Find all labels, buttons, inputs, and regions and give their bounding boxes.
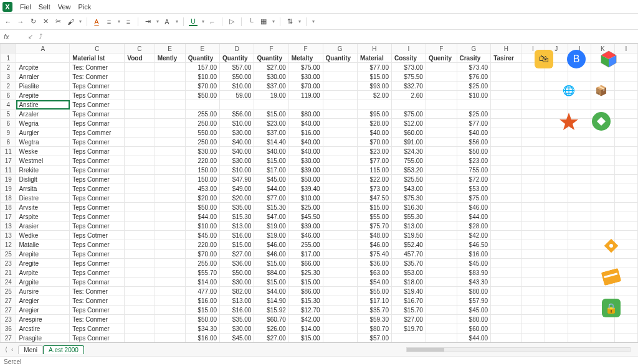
chevron-down-icon[interactable]: ▾ — [118, 19, 120, 24]
row-header[interactable]: 1 — [1, 54, 16, 63]
row-header[interactable]: 27 — [1, 334, 16, 343]
column-header[interactable]: A — [16, 44, 70, 54]
row-header[interactable]: 12 — [1, 240, 16, 250]
app-logo-icon: X — [2, 2, 12, 12]
menu-bar: X Fiel Selt Vew Pick — [0, 0, 638, 14]
row-header[interactable]: 25 — [1, 287, 16, 296]
back-icon[interactable]: ← — [4, 17, 12, 26]
spreadsheet-grid[interactable]: ACCEEDFFGHIFGHIJIKI1Material IstVoodMent… — [0, 44, 638, 342]
row-header[interactable]: 2 — [1, 82, 16, 91]
column-header[interactable]: I — [391, 44, 426, 54]
chevron-down-icon[interactable]: ▾ — [298, 19, 301, 24]
row-header[interactable]: 19 — [1, 184, 16, 194]
row-header[interactable]: 19 — [1, 175, 16, 184]
column-header[interactable]: E — [185, 44, 219, 54]
fx-label[interactable]: fx — [4, 33, 9, 40]
sheet-tab-1[interactable]: Meni — [18, 345, 43, 354]
menu-view[interactable]: Vew — [58, 3, 71, 11]
diamond-orange-icon — [602, 236, 621, 255]
row-header[interactable]: 6 — [1, 119, 16, 128]
accept-icon[interactable]: ↙ — [28, 33, 33, 40]
font-a-icon[interactable]: A — [163, 17, 171, 26]
row-header[interactable]: 23 — [1, 259, 16, 268]
toolbar: ← → ↻ ✕ ✂ 🖌 ▾ A ≡ ▾ ≡ ⇥ ▾ A ▾ U ▾ ⌐ ▷ └ … — [0, 14, 638, 30]
corner-icon[interactable]: └ — [247, 17, 255, 26]
row-header[interactable]: 21 — [1, 268, 16, 278]
indent-icon[interactable]: ⇥ — [143, 17, 152, 26]
menu-sett[interactable]: Selt — [39, 3, 50, 11]
chevron-down-icon[interactable]: ▾ — [272, 19, 275, 24]
sheet-tabs-bar: ⟨ ‹ Meni A.est 2000 — [0, 342, 638, 356]
select-all-corner[interactable] — [1, 44, 16, 54]
column-header[interactable]: H — [357, 44, 391, 54]
table-row[interactable]: 36ArcstireTeps Conmer$34.30$30.00$26.00$… — [1, 324, 638, 334]
column-header[interactable]: G — [457, 44, 491, 54]
column-header[interactable]: H — [491, 44, 521, 54]
chevron-down-icon[interactable]: ▾ — [79, 19, 82, 24]
chevron-down-icon[interactable]: ▾ — [156, 19, 159, 24]
font-color-icon[interactable]: A — [92, 17, 101, 26]
row-header[interactable]: 5 — [1, 110, 16, 119]
row-header[interactable]: 27 — [1, 306, 16, 315]
table-row[interactable]: 27PrasgiteTeps Conmer$16.00$45.00$27.00$… — [1, 334, 638, 343]
row-header[interactable]: 24 — [1, 278, 16, 287]
underline-icon[interactable]: U — [189, 17, 198, 26]
play-icon[interactable]: ▷ — [227, 17, 236, 26]
row-header[interactable]: 3 — [1, 72, 16, 82]
chevron-down-icon[interactable]: ▾ — [312, 19, 315, 24]
forward-icon[interactable]: → — [16, 17, 25, 26]
link-icon[interactable]: ⌐ — [208, 17, 217, 26]
row-header[interactable]: 6 — [1, 138, 16, 147]
sheet-tab-2[interactable]: A.est 2000 — [43, 345, 84, 354]
row-header[interactable]: 17 — [1, 212, 16, 222]
cancel-icon[interactable]: ⤴ — [39, 33, 42, 40]
row-header[interactable]: 27 — [1, 296, 16, 306]
column-header[interactable]: F — [426, 44, 457, 54]
card-icon — [600, 266, 623, 289]
row-header[interactable]: 23 — [1, 315, 16, 324]
row-header[interactable]: 13 — [1, 222, 16, 231]
column-header[interactable]: E — [155, 44, 185, 54]
row-header[interactable]: 11 — [1, 166, 16, 175]
row-header[interactable]: 18 — [1, 194, 16, 203]
row-header[interactable]: 13 — [1, 231, 16, 240]
tab-first-icon[interactable]: ⟨ — [5, 346, 7, 353]
row-header[interactable]: 11 — [1, 147, 16, 156]
row-header[interactable]: 4 — [1, 100, 16, 110]
column-header[interactable]: C — [125, 44, 155, 54]
tab-prev-icon[interactable]: ‹ — [11, 346, 13, 353]
format-painter-icon[interactable]: 🖌 — [66, 17, 75, 26]
column-header[interactable]: F — [288, 44, 323, 54]
table-icon[interactable]: ▦ — [259, 17, 268, 26]
row-header[interactable]: 18 — [1, 203, 16, 212]
row-header[interactable]: 25 — [1, 250, 16, 259]
formula-bar: fx ↙ ⤴ — [0, 30, 638, 44]
column-header[interactable]: G — [323, 44, 357, 54]
cut-icon[interactable]: ✕ — [41, 17, 50, 26]
menu-pick[interactable]: Pick — [79, 3, 92, 11]
column-header[interactable]: F — [254, 44, 288, 54]
scissors-icon[interactable]: ✂ — [54, 17, 62, 26]
status-bar: Sercel — [0, 356, 638, 364]
align-center-icon[interactable]: ≡ — [124, 17, 133, 26]
row-header[interactable]: 36 — [1, 324, 16, 334]
globe-icon: 🌐 — [559, 81, 578, 100]
row-header[interactable]: 17 — [1, 156, 16, 166]
horizontal-scrollbar[interactable] — [406, 347, 631, 352]
sort-icon[interactable]: ⇅ — [285, 17, 294, 26]
chevron-down-icon[interactable]: ▾ — [176, 19, 178, 24]
align-left-icon[interactable]: ≡ — [105, 17, 113, 26]
row-header[interactable]: 6 — [1, 91, 16, 100]
lock-icon: 🔒 — [602, 299, 621, 317]
row-header[interactable]: 9 — [1, 128, 16, 138]
chevron-down-icon[interactable]: ▾ — [202, 19, 204, 24]
icon-cluster: 🛍 B 🌐 📦 — [535, 50, 618, 317]
menu-file[interactable]: Fiel — [20, 3, 31, 11]
box-icon: 📦 — [592, 81, 611, 100]
redo-icon[interactable]: ↻ — [29, 17, 37, 26]
column-header[interactable]: D — [220, 44, 254, 54]
bag-icon: 🛍 — [535, 50, 553, 68]
column-header[interactable]: C — [70, 44, 125, 54]
row-header[interactable]: 2 — [1, 63, 16, 72]
status-text: Sercel — [4, 358, 21, 365]
